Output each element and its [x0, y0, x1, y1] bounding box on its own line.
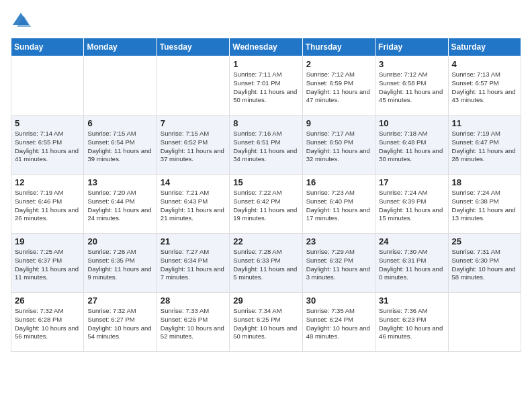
cell-info: Sunrise: 7:36 AM Sunset: 6:23 PM Dayligh…: [379, 307, 444, 341]
cal-cell: 3Sunrise: 7:12 AM Sunset: 6:58 PM Daylig…: [375, 56, 448, 116]
cell-info: Sunrise: 7:20 AM Sunset: 6:44 PM Dayligh…: [87, 189, 152, 223]
cell-date: 5: [15, 118, 80, 128]
page-header: [11, 11, 521, 31]
cal-cell: 6Sunrise: 7:15 AM Sunset: 6:54 PM Daylig…: [84, 116, 157, 175]
cell-info: Sunrise: 7:31 AM Sunset: 6:30 PM Dayligh…: [452, 248, 517, 282]
weekday-header-wednesday: Wednesday: [230, 38, 302, 56]
cal-cell: 30Sunrise: 7:35 AM Sunset: 6:24 PM Dayli…: [302, 293, 375, 352]
cell-date: 9: [306, 118, 371, 128]
cell-date: 2: [306, 59, 371, 69]
cal-cell: 4Sunrise: 7:13 AM Sunset: 6:57 PM Daylig…: [448, 56, 521, 116]
cell-info: Sunrise: 7:22 AM Sunset: 6:42 PM Dayligh…: [233, 189, 298, 223]
cell-date: 13: [87, 177, 152, 187]
cal-cell: 31Sunrise: 7:36 AM Sunset: 6:23 PM Dayli…: [375, 293, 448, 352]
week-row-3: 12Sunrise: 7:19 AM Sunset: 6:46 PM Dayli…: [11, 175, 521, 234]
cal-cell: 21Sunrise: 7:27 AM Sunset: 6:34 PM Dayli…: [157, 234, 229, 293]
cell-info: Sunrise: 7:14 AM Sunset: 6:55 PM Dayligh…: [15, 130, 80, 164]
cell-info: Sunrise: 7:33 AM Sunset: 6:26 PM Dayligh…: [161, 307, 226, 341]
cell-info: Sunrise: 7:18 AM Sunset: 6:48 PM Dayligh…: [379, 130, 444, 164]
cell-info: Sunrise: 7:25 AM Sunset: 6:37 PM Dayligh…: [15, 248, 80, 282]
cell-date: 29: [233, 295, 298, 306]
cell-info: Sunrise: 7:24 AM Sunset: 6:39 PM Dayligh…: [379, 189, 444, 223]
cell-date: 10: [379, 118, 444, 128]
cell-info: Sunrise: 7:19 AM Sunset: 6:47 PM Dayligh…: [452, 130, 517, 164]
cell-date: 15: [233, 177, 298, 187]
cell-info: Sunrise: 7:12 AM Sunset: 6:58 PM Dayligh…: [379, 71, 444, 105]
cell-date: 26: [15, 295, 80, 306]
cell-date: 3: [379, 59, 444, 69]
logo-icon: [11, 11, 31, 31]
cal-cell: 1Sunrise: 7:11 AM Sunset: 7:01 PM Daylig…: [230, 56, 302, 116]
week-row-2: 5Sunrise: 7:14 AM Sunset: 6:55 PM Daylig…: [11, 116, 521, 175]
cell-date: 20: [87, 236, 152, 246]
cell-info: Sunrise: 7:30 AM Sunset: 6:31 PM Dayligh…: [379, 248, 444, 282]
cell-date: 28: [161, 295, 226, 306]
cell-date: 19: [15, 236, 80, 246]
cell-info: Sunrise: 7:23 AM Sunset: 6:40 PM Dayligh…: [306, 189, 371, 223]
cell-date: 6: [87, 118, 152, 128]
weekday-header-sunday: Sunday: [11, 38, 84, 56]
cell-info: Sunrise: 7:19 AM Sunset: 6:46 PM Dayligh…: [15, 189, 80, 223]
cell-info: Sunrise: 7:24 AM Sunset: 6:38 PM Dayligh…: [452, 189, 517, 223]
cell-info: Sunrise: 7:26 AM Sunset: 6:35 PM Dayligh…: [87, 248, 152, 282]
cell-info: Sunrise: 7:11 AM Sunset: 7:01 PM Dayligh…: [233, 71, 298, 105]
cell-date: 23: [306, 236, 371, 246]
cal-cell: 10Sunrise: 7:18 AM Sunset: 6:48 PM Dayli…: [375, 116, 448, 175]
cal-cell: 8Sunrise: 7:16 AM Sunset: 6:51 PM Daylig…: [230, 116, 302, 175]
cal-cell: 13Sunrise: 7:20 AM Sunset: 6:44 PM Dayli…: [84, 175, 157, 234]
cal-cell: 17Sunrise: 7:24 AM Sunset: 6:39 PM Dayli…: [375, 175, 448, 234]
cal-cell: [157, 56, 229, 116]
cell-date: 27: [87, 295, 152, 306]
cell-info: Sunrise: 7:16 AM Sunset: 6:51 PM Dayligh…: [233, 130, 298, 164]
weekday-header-tuesday: Tuesday: [157, 38, 229, 56]
cell-info: Sunrise: 7:15 AM Sunset: 6:52 PM Dayligh…: [161, 130, 226, 164]
cal-cell: 27Sunrise: 7:32 AM Sunset: 6:27 PM Dayli…: [84, 293, 157, 352]
cal-cell: [84, 56, 157, 116]
cal-cell: 20Sunrise: 7:26 AM Sunset: 6:35 PM Dayli…: [84, 234, 157, 293]
cell-date: 17: [379, 177, 444, 187]
cal-cell: 18Sunrise: 7:24 AM Sunset: 6:38 PM Dayli…: [448, 175, 521, 234]
cell-date: 21: [161, 236, 226, 246]
cal-cell: [448, 293, 521, 352]
cal-cell: 15Sunrise: 7:22 AM Sunset: 6:42 PM Dayli…: [230, 175, 302, 234]
cal-cell: 29Sunrise: 7:34 AM Sunset: 6:25 PM Dayli…: [230, 293, 302, 352]
cal-cell: 16Sunrise: 7:23 AM Sunset: 6:40 PM Dayli…: [302, 175, 375, 234]
cell-date: 16: [306, 177, 371, 187]
cell-info: Sunrise: 7:13 AM Sunset: 6:57 PM Dayligh…: [452, 71, 517, 105]
cell-date: 31: [379, 295, 444, 306]
week-row-5: 26Sunrise: 7:32 AM Sunset: 6:28 PM Dayli…: [11, 293, 521, 352]
cell-info: Sunrise: 7:28 AM Sunset: 6:33 PM Dayligh…: [233, 248, 298, 282]
cal-cell: 12Sunrise: 7:19 AM Sunset: 6:46 PM Dayli…: [11, 175, 84, 234]
calendar-table: SundayMondayTuesdayWednesdayThursdayFrid…: [11, 38, 521, 352]
cell-date: 11: [452, 118, 517, 128]
weekday-header-thursday: Thursday: [302, 38, 375, 56]
cal-cell: 24Sunrise: 7:30 AM Sunset: 6:31 PM Dayli…: [375, 234, 448, 293]
cal-cell: 23Sunrise: 7:29 AM Sunset: 6:32 PM Dayli…: [302, 234, 375, 293]
cell-info: Sunrise: 7:27 AM Sunset: 6:34 PM Dayligh…: [161, 248, 226, 282]
logo: [11, 11, 34, 31]
weekday-header-row: SundayMondayTuesdayWednesdayThursdayFrid…: [11, 38, 521, 56]
cal-cell: 5Sunrise: 7:14 AM Sunset: 6:55 PM Daylig…: [11, 116, 84, 175]
cal-cell: 9Sunrise: 7:17 AM Sunset: 6:50 PM Daylig…: [302, 116, 375, 175]
cal-cell: 11Sunrise: 7:19 AM Sunset: 6:47 PM Dayli…: [448, 116, 521, 175]
cell-info: Sunrise: 7:34 AM Sunset: 6:25 PM Dayligh…: [233, 307, 298, 341]
cell-info: Sunrise: 7:12 AM Sunset: 6:59 PM Dayligh…: [306, 71, 371, 105]
cell-date: 25: [452, 236, 517, 246]
cell-info: Sunrise: 7:32 AM Sunset: 6:28 PM Dayligh…: [15, 307, 80, 341]
cal-cell: 2Sunrise: 7:12 AM Sunset: 6:59 PM Daylig…: [302, 56, 375, 116]
cell-date: 12: [15, 177, 80, 187]
cal-cell: 19Sunrise: 7:25 AM Sunset: 6:37 PM Dayli…: [11, 234, 84, 293]
cell-info: Sunrise: 7:17 AM Sunset: 6:50 PM Dayligh…: [306, 130, 371, 164]
cell-date: 7: [161, 118, 226, 128]
cell-date: 4: [452, 59, 517, 69]
cal-cell: 22Sunrise: 7:28 AM Sunset: 6:33 PM Dayli…: [230, 234, 302, 293]
cell-date: 30: [306, 295, 371, 306]
weekday-header-saturday: Saturday: [448, 38, 521, 56]
cal-cell: 14Sunrise: 7:21 AM Sunset: 6:43 PM Dayli…: [157, 175, 229, 234]
cell-date: 1: [233, 59, 298, 69]
cal-cell: 28Sunrise: 7:33 AM Sunset: 6:26 PM Dayli…: [157, 293, 229, 352]
cal-cell: 25Sunrise: 7:31 AM Sunset: 6:30 PM Dayli…: [448, 234, 521, 293]
calendar-body: 1Sunrise: 7:11 AM Sunset: 7:01 PM Daylig…: [11, 56, 521, 352]
cell-date: 24: [379, 236, 444, 246]
cell-info: Sunrise: 7:29 AM Sunset: 6:32 PM Dayligh…: [306, 248, 371, 282]
